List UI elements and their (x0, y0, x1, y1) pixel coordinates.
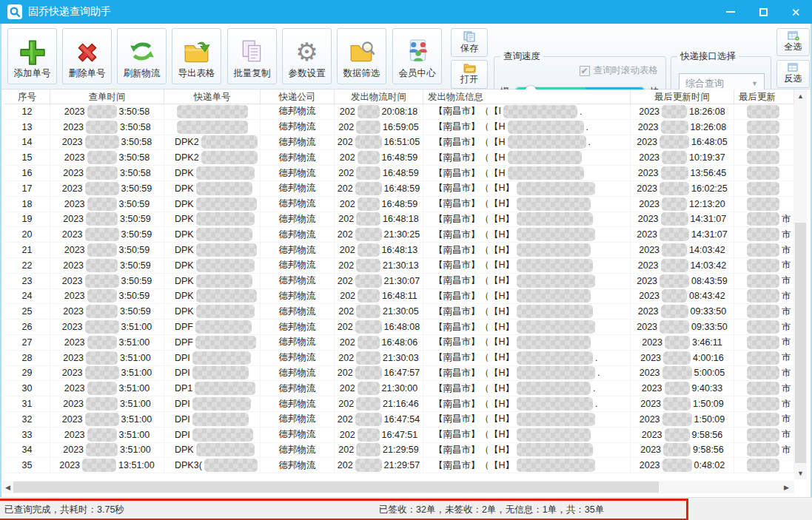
table-row[interactable]: 3420233:51:00DPK德邦物流20221:29:59【南昌市】（【H】… (4, 443, 794, 459)
header-last-update[interactable]: 最后更新 (734, 90, 794, 104)
cell-send-info: 【南昌市】（【H】 (423, 243, 631, 257)
header-send-info[interactable]: 发出物流信息 (423, 90, 631, 104)
redacted-blur (662, 243, 687, 257)
cell-company: 德邦物流 (261, 443, 335, 458)
close-button[interactable]: ✕ (779, 0, 812, 24)
cell-tracking-number: DPK (164, 304, 261, 319)
cell-update-time: 202313:56:45 (631, 166, 734, 180)
table-row[interactable]: 1920233:50:59DPK德邦物流20216:48:18【南昌市】（【H】… (4, 212, 794, 228)
cell-query-time: 20233:50:59 (50, 304, 164, 319)
header-query-time[interactable]: 查单时间 (50, 90, 164, 104)
table-row[interactable]: 2620233:51:00DPF德邦物流20216:48:08【南昌市】（【H】… (4, 320, 794, 335)
table-row[interactable]: 2220233:50:59DPK德邦物流20221:30:13【南昌市】（【H】… (4, 258, 794, 274)
table-row[interactable]: 3020233:51:00DP1德邦物流20221:30:00【南昌市】（【H】… (4, 381, 794, 396)
cell-send-info: 【南昌市】（【H】. (423, 366, 631, 381)
header-company[interactable]: 快递公司 (261, 90, 335, 104)
redacted-blur (747, 243, 779, 257)
redacted-blur (517, 366, 595, 379)
vertical-scroll-thumb[interactable] (795, 223, 806, 463)
cell-tracking-number: DP1 (164, 381, 261, 396)
redacted-blur (196, 305, 255, 318)
table-row[interactable]: 1720233:50:59DPK德邦物流20216:48:59【南昌市】（【H】… (4, 181, 794, 197)
cell-query-time: 20233:51:00 (50, 366, 164, 381)
cell-tracking-number: DPK (164, 166, 261, 180)
scroll-table-checkbox[interactable]: ✔ (580, 66, 590, 76)
header-tracking-number[interactable]: 快递单号 (164, 90, 261, 104)
scroll-down-icon[interactable]: ▼ (794, 467, 807, 479)
redacted-blur (87, 197, 117, 211)
horizontal-scrollbar[interactable]: ◀ ▶ (1, 481, 794, 493)
cell-send-info: 【南昌市】（【H】 (423, 428, 631, 442)
redacted-blur (177, 105, 248, 118)
table-row[interactable]: 2920233:51:00DPI德邦物流20216:47:57【南昌市】（【H】… (4, 366, 794, 382)
cell-company: 德邦物流 (261, 289, 335, 304)
table-row[interactable]: 3220233:51:00DPI德邦物流20216:47:54【南昌市】（【H】… (4, 412, 794, 428)
table-row[interactable]: 1620233:50:58DPK德邦物流20216:48:59【南昌市】（【H2… (4, 166, 794, 181)
table-row[interactable]: 2820233:51:00DPI德邦物流20221:30:03【南昌市】（【H】… (4, 351, 794, 366)
delete-number-button[interactable]: 删除单号 (62, 28, 112, 84)
cell-send-time: 20221:29:57 (335, 458, 423, 473)
batch-copy-button[interactable]: 批量复制 (227, 28, 277, 84)
export-table-button[interactable]: 导出表格 (172, 28, 221, 84)
invert-select-button[interactable]: 反选 (776, 60, 810, 88)
cell-tracking-number: DPK (164, 258, 261, 273)
select-all-button[interactable]: 全选 (776, 28, 810, 56)
table-row[interactable]: 3120233:51:00DPI德邦物流20221:16:46【南昌市】（【H】… (4, 396, 794, 412)
cell-last-update (734, 458, 794, 473)
maximize-button[interactable] (747, 0, 779, 24)
table-row[interactable]: 2020233:50:59DPK德邦物流20221:30:25【南昌市】（【H】… (4, 227, 794, 243)
open-button[interactable]: 打开 (451, 60, 488, 89)
redacted-blur (661, 121, 688, 134)
header-update-time[interactable]: 最后更新时间 (631, 90, 734, 104)
redacted-blur (747, 351, 779, 365)
redacted-blur (663, 443, 691, 456)
cell-send-time: 20220:08:18 (335, 104, 423, 119)
table-row[interactable]: 2120233:50:59DPK德邦物流20216:48:13【南昌市】（【H】… (4, 243, 794, 258)
table-row[interactable]: 2320233:50:59DPK德邦物流20221:30:07【南昌市】（【H】… (4, 274, 794, 289)
redacted-blur (747, 320, 779, 334)
cell-last-update: 市 (734, 320, 794, 334)
cell-tracking-number: DPK3( (164, 458, 261, 473)
table-row[interactable]: 3320233:51:00DPI德邦物流20216:47:51【南昌市】（【H】… (4, 428, 794, 443)
cell-last-update (734, 166, 794, 180)
table-row[interactable]: 1320233:50:58德邦物流20216:59:05【南昌市】（【H.202… (4, 120, 794, 135)
minimize-icon (726, 11, 735, 13)
table-row[interactable]: 35202313:51:00DPK3(德邦物流20221:29:57【南昌市】（… (4, 458, 794, 473)
table-row[interactable]: 2720233:51:00DPF德邦物流20216:48:06【南昌市】（【H】… (4, 335, 794, 351)
horizontal-scroll-thumb[interactable] (13, 482, 659, 493)
cell-update-time: 202314:03:42 (631, 258, 734, 273)
scroll-up-icon[interactable]: ▲ (794, 90, 807, 102)
cell-last-update: 市 (734, 289, 794, 304)
cell-company: 德邦物流 (261, 243, 335, 257)
minimize-button[interactable] (714, 0, 747, 24)
redacted-blur (195, 320, 252, 334)
table-row[interactable]: 2520233:50:59DPK德邦物流20221:30:05【南昌市】（【H】… (4, 304, 794, 320)
table-row[interactable]: 1820233:50:59DPK德邦物流20216:48:59【南昌市】（【H】… (4, 197, 794, 212)
cell-no: 22 (4, 258, 50, 273)
scroll-right-icon[interactable]: ▶ (780, 481, 793, 493)
refresh-logistics-button[interactable]: 刷新物流 (117, 28, 167, 84)
scroll-left-icon[interactable]: ◀ (1, 481, 14, 493)
table-row[interactable]: 1420233:50:58DPK2德邦物流20216:51:05【南昌市】（【H… (4, 135, 794, 151)
results-table: 序号 查单时间 快递单号 快递公司 发出物流时间 发出物流信息 最后更新时间 最… (1, 90, 811, 479)
cell-no: 13 (4, 120, 50, 135)
save-button[interactable]: 保存 (451, 28, 488, 57)
cell-no: 12 (4, 104, 50, 119)
copy-icon (238, 36, 266, 67)
interface-select-value: 综合查询 (685, 77, 724, 90)
add-number-button[interactable]: 添加单号 (7, 28, 57, 84)
header-send-time[interactable]: 发出物流时间 (335, 90, 423, 104)
cell-update-time: 202314:03:42 (631, 243, 734, 257)
cell-send-time: 20216:48:59 (335, 150, 423, 165)
table-row[interactable]: 1220233:50:58德邦物流20220:08:18【南昌市】（【I.202… (4, 104, 794, 120)
settings-button[interactable]: ⚙ 参数设置 (282, 28, 332, 84)
header-no[interactable]: 序号 (4, 90, 50, 104)
cell-send-info: 【南昌市】（【H】 (423, 304, 631, 319)
member-center-button[interactable]: 会员中心 (392, 28, 442, 84)
cell-update-time: 202309:33:50 (631, 304, 734, 319)
vertical-scrollbar[interactable]: ▲ ▼ (794, 90, 807, 479)
data-filter-button[interactable]: 数据筛选 (337, 28, 386, 84)
redacted-blur (358, 336, 380, 349)
table-row[interactable]: 2420233:50:59DPK德邦物流20216:48:11【南昌市】（【H】… (4, 289, 794, 305)
table-row[interactable]: 1520233:50:58DPK2德邦物流20216:48:59【南昌市】（【H… (4, 150, 794, 166)
